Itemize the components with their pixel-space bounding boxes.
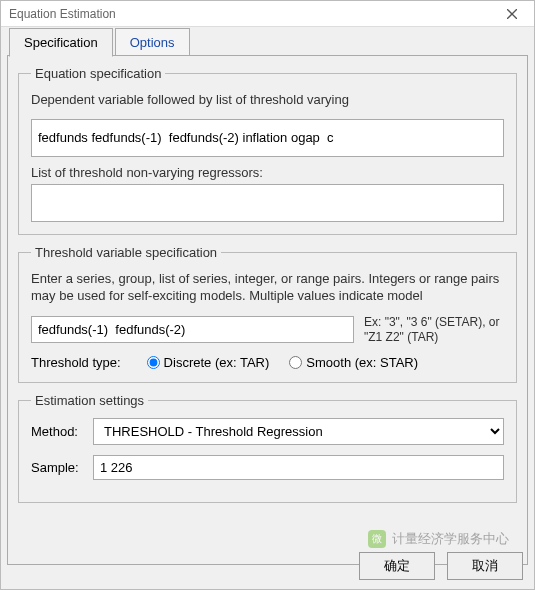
sample-input[interactable]: [93, 455, 504, 480]
window-title: Equation Estimation: [9, 7, 116, 21]
threshold-type-smooth-radio[interactable]: [289, 356, 302, 369]
threshold-variable-legend: Threshold variable specification: [31, 245, 221, 260]
close-button[interactable]: [496, 4, 528, 24]
equation-specification-group: Equation specification Dependent variabl…: [18, 66, 517, 235]
tab-page-specification: Equation specification Dependent variabl…: [7, 55, 528, 565]
method-label: Method:: [31, 424, 87, 439]
threshold-variable-input[interactable]: [31, 316, 354, 343]
equation-estimation-window: Equation Estimation Specification Option…: [0, 0, 535, 590]
threshold-type-smooth[interactable]: Smooth (ex: STAR): [289, 355, 418, 370]
nonvarying-label: List of threshold non-varying regressors…: [31, 165, 504, 180]
ok-button[interactable]: 确定: [359, 552, 435, 580]
threshold-variable-desc: Enter a series, group, list of series, i…: [31, 270, 504, 305]
tab-options[interactable]: Options: [115, 28, 190, 57]
threshold-type-discrete[interactable]: Discrete (ex: TAR): [147, 355, 270, 370]
sample-label: Sample:: [31, 460, 87, 475]
equation-specification-legend: Equation specification: [31, 66, 165, 81]
equation-specification-input[interactable]: [31, 119, 504, 157]
threshold-type-label: Threshold type:: [31, 355, 121, 370]
threshold-type-discrete-label: Discrete (ex: TAR): [164, 355, 270, 370]
tab-strip: Specification Options: [9, 27, 534, 56]
close-icon: [507, 9, 517, 19]
nonvarying-input[interactable]: [31, 184, 504, 222]
tab-specification[interactable]: Specification: [9, 28, 113, 57]
cancel-button[interactable]: 取消: [447, 552, 523, 580]
estimation-settings-group: Estimation settings Method: THRESHOLD - …: [18, 393, 517, 503]
dialog-button-bar: 确定 取消: [359, 552, 523, 580]
estimation-settings-legend: Estimation settings: [31, 393, 148, 408]
method-select[interactable]: THRESHOLD - Threshold Regression: [93, 418, 504, 445]
threshold-variable-hint: Ex: "3", "3 6" (SETAR), or "Z1 Z2" (TAR): [364, 315, 504, 345]
titlebar: Equation Estimation: [1, 1, 534, 27]
threshold-type-smooth-label: Smooth (ex: STAR): [306, 355, 418, 370]
threshold-variable-group: Threshold variable specification Enter a…: [18, 245, 517, 383]
equation-specification-desc: Dependent variable followed by list of t…: [31, 91, 504, 109]
threshold-type-discrete-radio[interactable]: [147, 356, 160, 369]
